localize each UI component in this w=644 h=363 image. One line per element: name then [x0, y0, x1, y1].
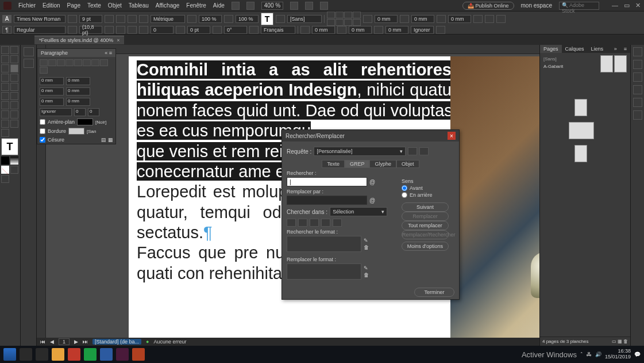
right-strip-icon-4[interactable] [633, 85, 642, 94]
bullets-icon[interactable] [496, 15, 506, 23]
type-tool[interactable] [10, 64, 18, 72]
view-options-icon[interactable] [290, 2, 298, 10]
dropcap-chars[interactable]: 0 [88, 108, 99, 116]
page-nav-last[interactable]: ⏭ [83, 339, 88, 345]
gradient-feather-tool[interactable] [1, 110, 9, 119]
align-center[interactable] [48, 59, 56, 66]
menu-page[interactable]: Page [67, 2, 80, 9]
panel-menu-icon[interactable]: « ≡ [105, 50, 112, 56]
apply-gradient-btn[interactable] [10, 156, 18, 165]
space-after-fld[interactable]: 0 mm [66, 98, 90, 106]
panel-tab-links[interactable]: Liens [588, 45, 607, 53]
delete-query-icon[interactable] [419, 147, 429, 155]
menu-text[interactable]: Texte [87, 2, 101, 9]
ignore-field[interactable]: Ignorer [411, 26, 434, 34]
align-towards-spine[interactable] [100, 59, 108, 66]
dialog-close-button[interactable]: × [448, 132, 456, 140]
menu-view[interactable]: Affichage [156, 2, 180, 9]
page-thumb-3[interactable] [574, 145, 587, 162]
preflight-label[interactable]: Aucune erreur [154, 339, 187, 345]
tab-texte[interactable]: Texte [322, 160, 345, 168]
v-scale-field[interactable]: 100 % [236, 15, 259, 23]
page-number-field[interactable]: 1 [59, 338, 70, 345]
moins-options-button[interactable]: Moins d'options [402, 242, 449, 251]
subscript-btn[interactable] [139, 15, 148, 23]
h-scale-field[interactable]: 100 % [199, 15, 222, 23]
panel-menu-icon[interactable]: ≡ [620, 45, 630, 53]
taskbar-app-3[interactable] [100, 348, 113, 361]
justify-full[interactable] [91, 59, 99, 66]
file-explorer-icon[interactable] [52, 348, 64, 361]
placed-image[interactable] [450, 56, 539, 346]
char-style-field[interactable]: [Sans] [287, 15, 322, 23]
fill-stroke-swatch[interactable]: T [261, 13, 273, 25]
direct-selection-tool[interactable] [10, 46, 18, 54]
indesign-taskbar-icon[interactable] [116, 348, 129, 361]
task-view-icon[interactable] [36, 348, 48, 361]
terminer-button[interactable]: Terminer [414, 288, 454, 297]
indent-right-field[interactable]: 0 mm [411, 15, 434, 23]
notification-icon[interactable]: 💬 [634, 351, 641, 357]
specify-format-icon[interactable]: ✎ [364, 238, 369, 243]
view-mode-normal[interactable] [10, 166, 18, 174]
hand-tool[interactable] [10, 120, 18, 128]
free-transform-tool[interactable] [1, 101, 9, 109]
rectangle-tool[interactable] [1, 92, 9, 100]
taskbar-app-4[interactable] [132, 348, 145, 361]
strike-btn[interactable] [116, 26, 125, 34]
requete-select[interactable]: [Personnalisée]▾ [314, 147, 406, 156]
tracking-field[interactable]: Métrique [151, 15, 185, 23]
workspace-switcher[interactable]: mon espace [521, 2, 552, 9]
page-nav-first[interactable]: ⏮ [40, 339, 45, 345]
tray-volume-icon[interactable]: 🔊 [595, 351, 601, 357]
dropcap-lines[interactable]: 0 [74, 108, 86, 116]
panel-tab-layers[interactable]: Calques [562, 45, 588, 53]
stock-icon[interactable] [246, 2, 254, 10]
panel-tab-pages[interactable]: Pages [540, 45, 562, 53]
suivant-button[interactable]: Suivant [402, 202, 449, 212]
align-away-spine[interactable] [40, 67, 48, 74]
arriere-plan-checkbox[interactable] [40, 119, 45, 125]
menu-window[interactable]: Fenêtre [186, 2, 206, 9]
language-field[interactable]: Français [261, 26, 295, 34]
align-baseline-icon[interactable] [485, 15, 494, 23]
search-locked-icon[interactable] [287, 219, 296, 227]
tray-up-icon[interactable]: ˄ [580, 351, 583, 357]
apply-none-btn[interactable] [1, 166, 9, 174]
document-tab[interactable]: *Feuilles de styles.indd @ 400% × [34, 36, 124, 44]
search-master-icon[interactable] [310, 219, 319, 227]
rechercher-input[interactable] [287, 177, 367, 186]
space-after-field[interactable]: 0 mm [385, 26, 408, 34]
baseline-grid-icons[interactable]: ▤ ▦ [101, 137, 113, 143]
border-swatch[interactable] [68, 128, 84, 135]
radio-avant[interactable] [402, 185, 407, 191]
zoom-tool[interactable] [1, 129, 9, 137]
caps-btn[interactable] [105, 15, 114, 23]
clear-format-icon[interactable]: 🗑 [364, 244, 369, 250]
master-thumb-1[interactable] [614, 55, 627, 72]
master-thumb-2[interactable] [600, 55, 613, 72]
screen-mode-icon[interactable] [305, 2, 313, 10]
window-close[interactable]: ✕ [635, 2, 641, 9]
first-indent-fld[interactable]: 0 mm [40, 87, 64, 95]
justify-right[interactable] [83, 59, 91, 66]
special-chars-icon-2[interactable]: @ [369, 197, 375, 204]
space-before-fld[interactable]: 0 mm [40, 98, 64, 106]
view-mode-preview[interactable] [1, 175, 9, 183]
publish-online-button[interactable]: 📤 Publish Online [462, 2, 514, 10]
dock-icon-2[interactable] [24, 59, 34, 68]
right-indent-fld[interactable]: 0 mm [66, 77, 90, 85]
para-mode-icon[interactable]: ¶ [2, 26, 11, 34]
remplacer-input[interactable] [287, 196, 367, 205]
tab-glyphe[interactable]: Glyphe [369, 160, 396, 168]
chercher-dans-select[interactable]: Sélection▾ [330, 207, 387, 216]
cesure-checkbox[interactable] [40, 137, 45, 143]
bordure-checkbox[interactable] [40, 128, 45, 134]
remplacer-button[interactable]: Remplacer [402, 212, 449, 221]
char-mode-A[interactable]: A [2, 15, 11, 23]
panel-collapse-icon[interactable]: » [611, 45, 620, 53]
menu-table[interactable]: Tableau [129, 2, 149, 9]
remplacer-rechercher-button[interactable]: Remplacer/Rechercher [402, 230, 449, 239]
menu-file[interactable]: Fichier [18, 2, 36, 9]
underline-btn[interactable] [105, 26, 114, 34]
